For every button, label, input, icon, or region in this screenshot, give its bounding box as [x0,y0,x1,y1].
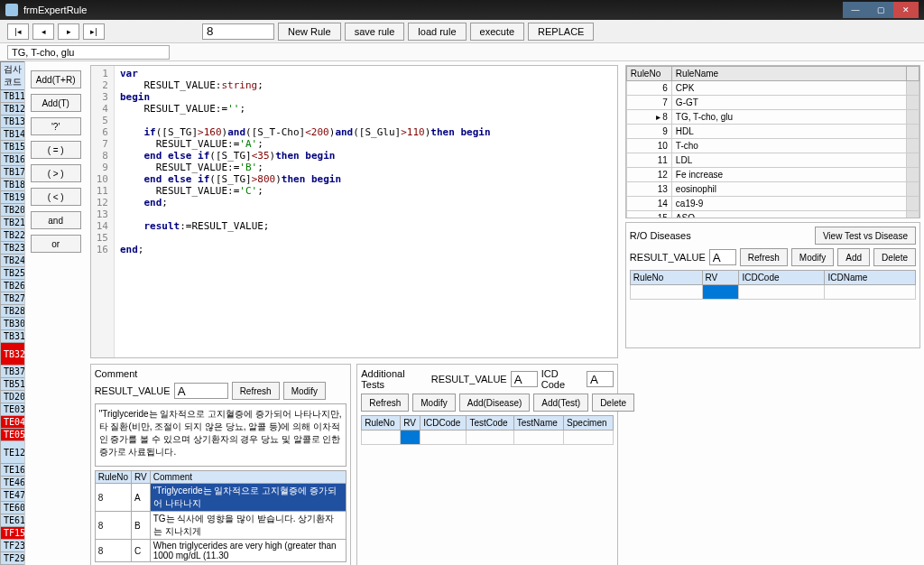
table-row[interactable]: TB37S_Amylase132N [1,366,25,378]
ro-table[interactable]: RuleNoRVICDCodeICDName [630,270,916,300]
comment-row[interactable]: 8BTG는 식사에 영향을 많이 받습니다. 상기환자는 지나치게 [95,512,346,540]
or-button[interactable]: or [31,235,81,253]
table-row[interactable]: TB11S_Ca9N [1,90,25,103]
table-row[interactable]: TB30S_CPK60N [1,318,25,330]
table-row[interactable] [362,431,614,445]
table-row[interactable]: TB23S_AST27N [1,242,25,255]
minimize-button[interactable]: — [843,2,868,18]
rule-list-row[interactable]: 12Fe increase [626,168,919,182]
rule-list-row[interactable]: 15ASO [626,211,919,219]
comment-refresh-button[interactable]: Refresh [232,382,280,400]
table-row[interactable]: TE47S_AFP1.87N [1,489,25,502]
table-row[interactable]: TE05S_HBcAbPOSI [1,429,25,441]
ro-add-button[interactable]: Add [837,248,870,266]
addtest-addtest-button[interactable]: Add(Test) [533,394,588,412]
toolbar: |◂ ◂ ▸ ▸| New Rule save rule load rule e… [0,20,924,43]
eq-button[interactable]: ( = ) [31,141,81,159]
table-row[interactable]: TB18S_Alb4.02N [1,179,25,191]
table-row[interactable]: TB12S_IP3.5N [1,103,25,116]
table-row[interactable]: TF23S_FreeT41.20N [1,540,25,552]
rule-list-row[interactable]: 13eosinophil [626,182,919,197]
comment-rv-input[interactable] [174,383,228,399]
table-row[interactable]: TB51S_A/G2.1N [1,378,25,391]
load-rule-button[interactable]: load rule [408,23,466,41]
rule-list-row[interactable]: 10T-cho [626,139,919,153]
comment-row[interactable]: 8CWhen triglycerides are very high (grea… [95,540,346,562]
table-row[interactable]: TB17S_TP7.52N [1,166,25,179]
addtest-icd-input[interactable] [587,371,614,387]
addtest-table[interactable]: RuleNoRVICDCodeTestCodeTestNameSpecimen [361,415,614,445]
addtest-rv-input[interactable] [511,371,538,387]
ro-modify-button[interactable]: Modify [791,248,834,266]
new-rule-button[interactable]: New Rule [278,23,341,41]
comment-row[interactable]: 8A"Triglyceride는 일차적으로 고지혈증에 증가되어 나타나지 [95,484,346,512]
table-row[interactable]: TF15S_TSH0.13D [1,527,25,540]
rule-list-row[interactable]: 14ca19-9 [626,197,919,211]
table-row[interactable]: TB24S_GGT14N [1,255,25,267]
table-row[interactable]: TB15S_UA3.85N [1,141,25,153]
comment-table[interactable]: RuleNoRVComment8A"Triglyceride는 일차적으로 고지… [95,470,347,562]
table-row[interactable] [630,285,915,300]
table-row[interactable]: TE46S_CEA1.2N [1,477,25,489]
table-row[interactable]: TB22S_ALT25N [1,229,25,242]
view-test-disease-button[interactable]: View Test vs Disease [815,227,916,245]
lt-button[interactable]: ( < ) [31,188,81,206]
replace-button[interactable]: REPLACE [528,23,594,41]
comment-panel: Comment RESULT_VALUE Refresh Modify "Tri… [90,364,352,565]
table-row[interactable]: TB19S_T-Bil0.5N [1,191,25,204]
add-t-button[interactable]: Add(T) [31,94,81,112]
table-row[interactable]: TB28S_K3.9N [1,305,25,318]
comment-title: Comment [95,368,347,379]
close-button[interactable]: ✕ [893,2,919,18]
rule-number-input[interactable] [202,23,274,40]
addtest-adddisease-button[interactable]: Add(Disease) [459,394,531,412]
table-row[interactable]: TF29S_FreeT34.08N [1,552,25,565]
table-row[interactable]: TE04S_HBsAb779.99I [1,416,25,429]
nav-first-button[interactable]: |◂ [7,23,29,40]
rule-list-row[interactable]: 11LDL [626,153,919,168]
addtest-modify-button[interactable]: Modify [412,394,455,412]
table-row[interactable]: TB20S_ALP132N [1,204,25,217]
quote-button[interactable]: '?' [31,117,81,135]
titlebar: frmExpertRule — ▢ ✕ [0,0,924,20]
table-row[interactable]: TB32S_HDL-Cho43.2D [1,343,25,366]
comment-text[interactable]: "Triglyceride는 일차적으로 고지혈증에 증가되어 나타나지만, 타… [95,403,347,467]
addtest-refresh-button[interactable]: Refresh [361,394,409,412]
addtest-title: Additional Tests [361,368,427,390]
table-row[interactable]: TB16S_T-Cho193N [1,153,25,166]
ro-refresh-button[interactable]: Refresh [740,248,788,266]
table-row[interactable]: TE16S_Anti-HIVNEGN [1,464,25,477]
rule-list-row[interactable]: ▸ 8TG, T-cho, glu [626,110,919,125]
nav-next-button[interactable]: ▸ [58,23,79,40]
table-row[interactable]: TB13S_Glu71N [1,116,25,128]
rule-list-row[interactable]: 9HDL [626,125,919,139]
and-button[interactable]: and [31,211,81,229]
table-row[interactable]: TD20B_HbA1c5.3N [1,391,25,403]
test-grid[interactable]: 검사코드검사항목검사결과DTB11S_Ca9NTB12S_IP3.5NTB13S… [0,61,25,565]
table-row[interactable]: TE60S_CA19-914.7N [1,502,25,514]
execute-button[interactable]: execute [470,23,525,41]
code-editor[interactable]: 12345678910111213141516 var RESULT_VALUE… [90,65,618,358]
rule-list-row[interactable]: 7G-GT [626,96,919,110]
table-row[interactable]: TE12S_Anti-HCVNEGN [1,441,25,464]
maximize-button[interactable]: ▢ [868,2,893,18]
rule-name-input[interactable] [7,45,170,60]
rule-list-row[interactable]: 6CPK [626,81,919,96]
gt-button[interactable]: ( > ) [31,164,81,182]
table-row[interactable]: TB31S_TG118N [1,330,25,343]
rule-list[interactable]: RuleNoRuleName6CPK7G-GT▸ 8TG, T-cho, glu… [625,65,920,218]
nav-last-button[interactable]: ▸| [83,23,105,40]
table-row[interactable]: TB21S_LDH205N [1,217,25,229]
ro-delete-button[interactable]: Delete [873,248,916,266]
table-row[interactable]: TB27S_Na144N [1,292,25,305]
table-row[interactable]: TE61S_CA1259.9N [1,514,25,527]
table-row[interactable]: TB26S_CRE0.94N [1,280,25,292]
ro-rv-input[interactable] [709,249,736,265]
table-row[interactable]: TB14S_BUN9.11N [1,128,25,141]
table-row[interactable]: TE03S_HBsAgNEGN [1,403,25,416]
comment-modify-button[interactable]: Modify [283,382,326,400]
nav-prev-button[interactable]: ◂ [32,23,54,40]
save-rule-button[interactable]: save rule [345,23,405,41]
add-tr-button[interactable]: Add(T+R) [31,70,81,88]
table-row[interactable]: TB25S_D-Bil0.15N [1,267,25,280]
